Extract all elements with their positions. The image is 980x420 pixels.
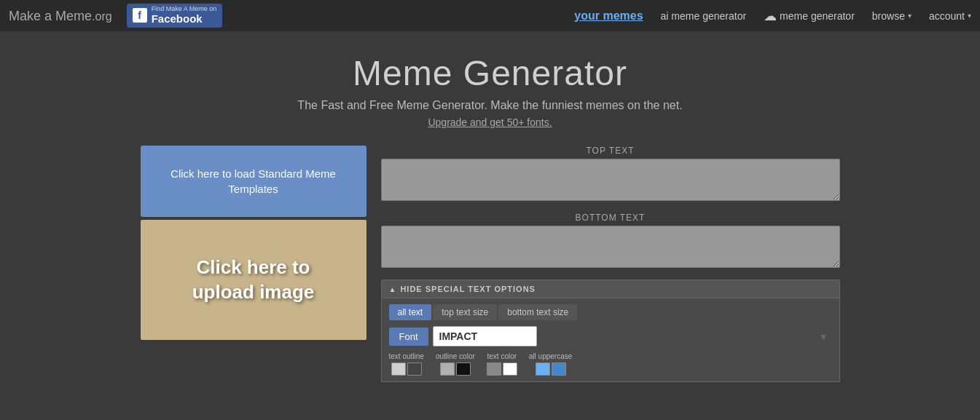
- facebook-icon: f: [133, 8, 147, 23]
- uppercase-swatches: [536, 362, 566, 376]
- font-row: Font IMPACT Arial Comic Sans Times New R…: [389, 326, 832, 346]
- load-templates-button[interactable]: Click here to load Standard Meme Templat…: [141, 146, 366, 217]
- tab-all-text[interactable]: all text: [389, 304, 432, 320]
- all-uppercase-option: all uppercase: [529, 352, 572, 376]
- nav-browse[interactable]: browse ▾: [872, 10, 912, 22]
- outline-swatch-light[interactable]: [391, 362, 406, 376]
- outline-swatch-dark[interactable]: [407, 362, 422, 376]
- triangle-up-icon: ▲: [389, 285, 396, 293]
- text-outline-swatches: [391, 362, 422, 376]
- text-outline-label: text outline: [389, 352, 424, 360]
- account-dropdown-icon: ▾: [968, 12, 971, 20]
- top-text-group: TOP TEXT: [381, 146, 840, 204]
- facebook-badge[interactable]: f Find Make A Meme on Facebook: [127, 4, 223, 27]
- nav-ai-meme-generator[interactable]: ai meme generator: [661, 10, 747, 22]
- special-options-toggle[interactable]: ▲ HIDE SPECIAL TEXT OPTIONS: [381, 280, 840, 298]
- logo-text-main: Make a Meme: [9, 9, 92, 23]
- text-color-option: text color: [487, 352, 517, 376]
- nav-meme-generator[interactable]: ☁ meme generator: [764, 8, 855, 24]
- outline-color-swatch-1[interactable]: [440, 362, 455, 376]
- tab-bottom-text-size[interactable]: bottom text size: [498, 304, 577, 320]
- top-text-label: TOP TEXT: [381, 146, 840, 156]
- outline-color-swatches: [440, 362, 471, 376]
- top-text-input[interactable]: [381, 159, 840, 201]
- outline-color-option: outline color: [436, 352, 475, 376]
- page-title: Meme Generator: [353, 53, 627, 93]
- site-logo[interactable]: Make a Meme.org: [9, 7, 112, 24]
- tab-top-text-size[interactable]: top text size: [433, 304, 497, 320]
- color-options-row: text outline outline color: [389, 352, 832, 376]
- upload-image-text: Click here toupload image: [192, 255, 315, 305]
- text-color-label: text color: [487, 352, 517, 360]
- bottom-text-label: BOTTOM TEXT: [381, 213, 840, 223]
- font-select[interactable]: IMPACT Arial Comic Sans Times New Roman …: [433, 326, 537, 346]
- uppercase-swatch-2[interactable]: [552, 362, 566, 376]
- uppercase-swatch-1[interactable]: [536, 362, 550, 376]
- cloud-icon: ☁: [764, 8, 777, 24]
- text-color-swatch-1[interactable]: [487, 362, 501, 376]
- font-label-button[interactable]: Font: [389, 328, 428, 346]
- logo-text-suffix: .org: [92, 10, 112, 23]
- bottom-text-input[interactable]: [381, 226, 840, 268]
- text-color-swatch-2[interactable]: [503, 362, 517, 376]
- left-panel: Click here to load Standard Meme Templat…: [141, 146, 366, 340]
- bottom-text-group: BOTTOM TEXT: [381, 213, 840, 271]
- hide-options-label: HIDE SPECIAL TEXT OPTIONS: [400, 285, 536, 293]
- main-nav: your memes ai meme generator ☁ meme gene…: [574, 8, 971, 24]
- browse-dropdown-icon: ▾: [908, 12, 912, 20]
- upload-image-area[interactable]: Click here toupload image: [141, 220, 366, 340]
- nav-your-memes[interactable]: your memes: [574, 9, 643, 23]
- options-panel: all text top text size bottom text size …: [381, 298, 840, 382]
- outline-color-label: outline color: [436, 352, 475, 360]
- all-uppercase-label: all uppercase: [529, 352, 572, 360]
- right-panel: TOP TEXT BOTTOM TEXT ▲ HIDE SPECIAL TEXT…: [381, 146, 840, 382]
- text-size-tabs: all text top text size bottom text size: [389, 304, 832, 320]
- form-area: Click here to load Standard Meme Templat…: [126, 146, 855, 382]
- fb-bottom-text: Facebook: [152, 13, 217, 25]
- outline-color-swatch-2[interactable]: [456, 362, 471, 376]
- header: Make a Meme.org f Find Make A Meme on Fa…: [0, 0, 980, 31]
- page-subtitle: The Fast and Free Meme Generator. Make t…: [297, 99, 682, 112]
- facebook-text: Find Make A Meme on Facebook: [152, 6, 217, 25]
- main-content: Meme Generator The Fast and Free Meme Ge…: [0, 31, 980, 382]
- font-select-wrapper: IMPACT Arial Comic Sans Times New Roman …: [433, 326, 832, 346]
- text-outline-option: text outline: [389, 352, 424, 376]
- upgrade-link[interactable]: Upgrade and get 50+ fonts.: [428, 116, 552, 128]
- text-color-swatches: [487, 362, 517, 376]
- nav-account[interactable]: account ▾: [929, 10, 971, 22]
